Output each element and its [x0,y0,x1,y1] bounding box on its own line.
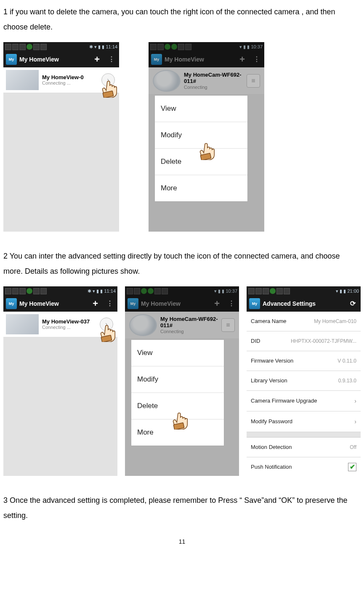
status-icon [270,288,276,294]
setting-value: My HomeCam-010 [314,316,356,326]
camera-status: Connecting ... [42,325,96,330]
chevron-right-icon: › [354,395,356,407]
touch-hand-icon [101,77,119,98]
phone-screenshot-5: ▾ ▮ ▮ 21:00 My Advanced Settings ⟳ Camer… [247,286,361,476]
setting-modify-password[interactable]: Modify Password › [247,411,361,432]
setting-label: Camera Name [251,316,287,327]
clock: 11:14 [106,42,117,51]
paragraph-2: 2 You can inter the advanced setting dir… [3,248,361,279]
camera-status: Connecting ... [42,80,98,86]
setting-value: HHPTXX-000072-TJFPMW... [291,336,356,346]
status-icon [40,288,47,294]
chevron-right-icon: › [354,416,356,427]
paragraph-1: 1 if you want to delete the camera, you … [3,4,361,35]
menu-item-view[interactable]: View [155,96,247,122]
wifi-icon: ▾ [336,286,338,296]
setting-firmware-upgrade[interactable]: Camera Firmware Upgrade › [247,391,361,411]
status-icon [284,288,290,294]
app-logo-icon: My [249,298,260,309]
app-title: Advanced Settings [263,298,345,310]
signal-icon: ▮ [340,286,342,296]
phone-screenshot-3: ✱ ▾ ▮ ▮ 11:14 My My HomeView + ⋮ My Home… [3,286,117,476]
camera-thumbnail [6,314,39,334]
setting-value: Off [350,442,356,452]
app-logo-icon: My [6,54,17,65]
app-title: My HomeView [19,298,86,310]
setting-label: Modify Password [251,416,292,427]
setting-label: Push Notification [251,462,292,473]
camera-name: My HomeView-0 [42,74,98,81]
refresh-icon[interactable]: ⟳ [348,297,358,310]
status-icon [5,44,11,50]
status-icon [12,288,19,294]
touch-hand-icon [198,139,219,160]
screenshot-row-2: ✱ ▾ ▮ ▮ 11:14 My My HomeView + ⋮ My Home… [3,286,361,476]
checkbox-checked-icon[interactable]: ✔ [348,463,356,471]
camera-name: My HomeView-037 [42,318,96,325]
status-icon [33,44,40,50]
status-bar: ▾ ▮ ▮ 21:00 [247,286,361,296]
setting-label: Camera Firmware Upgrade [251,395,317,406]
app-bar: My My HomeView + ⋮ [3,296,117,312]
context-menu: View Modify Delete More [131,339,224,446]
overflow-icon[interactable]: ⋮ [106,53,117,66]
paragraph-3: 3 Once the advanced setting is completed… [3,493,361,523]
setting-value: V 0.11.0 [337,356,356,366]
app-bar: My Advanced Settings ⟳ [247,296,361,312]
clock: 11:14 [104,286,116,296]
menu-item-more[interactable]: More [155,175,247,201]
status-icon [5,288,11,294]
setting-did[interactable]: DID HHPTXX-000072-TJFPMW... [247,331,361,351]
setting-camera-name[interactable]: Camera Name My HomeCam-010 [247,312,361,331]
add-icon[interactable]: + [90,50,104,69]
status-icon [33,288,40,294]
overflow-icon[interactable]: ⋮ [105,297,115,310]
status-icon [276,288,283,294]
clock: 21:00 [347,286,359,296]
app-logo-icon: My [6,298,17,309]
add-icon[interactable]: + [88,294,102,313]
setting-label: Library Version [251,375,287,386]
section-divider [247,432,361,438]
status-icon [248,288,255,294]
setting-push-notification[interactable]: Push Notification ✔ [247,457,361,476]
setting-motion-detection[interactable]: Motion Detection Off [247,438,361,457]
status-icon [255,288,262,294]
phone-screenshot-4: ▾ ▮ ▮ 10:37 My My HomeView + ⋮ My HomeCa… [125,286,239,476]
setting-label: Motion Detection [251,442,292,453]
screenshot-row-1: ✱ ▾ ▮ ▮ 11:14 My My HomeView + ⋮ My Home… [3,42,361,232]
status-icon [40,44,47,50]
page-number: 11 [3,536,361,547]
setting-firmware-version: Firmware Version V 0.11.0 [247,351,361,371]
status-icon [12,44,19,50]
phone-screenshot-1: ✱ ▾ ▮ ▮ 11:14 My My HomeView + ⋮ My Home… [3,42,119,232]
setting-label: Firmware Version [251,355,293,366]
setting-value: 0.9.13.0 [338,376,356,386]
touch-hand-icon [171,408,192,430]
camera-thumbnail [6,70,39,90]
battery-icon: ▮ [343,286,346,296]
status-icon [19,288,26,294]
menu-item-modify[interactable]: Modify [131,366,224,393]
setting-label: DID [251,336,260,347]
status-icon [27,44,32,50]
app-title: My HomeView [19,53,88,65]
app-bar: My My HomeView + ⋮ [3,51,119,67]
touch-hand-icon [99,321,117,342]
status-icon [27,288,32,294]
menu-item-view[interactable]: View [131,340,224,366]
status-icon [19,44,26,50]
status-icon [263,288,269,294]
setting-library-version: Library Version 0.9.13.0 [247,371,361,391]
phone-screenshot-2: ▾ ▮ ▮ 10:37 My My HomeView + ⋮ My HomeCa… [149,42,264,232]
